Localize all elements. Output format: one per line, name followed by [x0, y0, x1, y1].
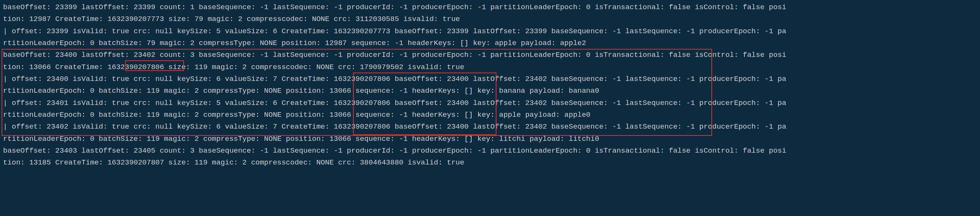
log-line: tion: 13066 CreateTime: 1632390207806 si…	[3, 61, 977, 73]
log-line: rtitionLeaderEpoch: 0 batchSize: 119 mag…	[3, 133, 977, 145]
log-line: tion: 13185 CreateTime: 1632390207807 si…	[3, 157, 977, 169]
terminal-output: baseOffset: 23399 lastOffset: 23399 coun…	[3, 2, 977, 169]
log-line: baseOffset: 23403 lastOffset: 23405 coun…	[3, 145, 977, 157]
log-line: | offset: 23401 isValid: true crc: null …	[3, 97, 977, 109]
log-line: rtitionLeaderEpoch: 0 batchSize: 119 mag…	[3, 109, 977, 121]
log-line: rtitionLeaderEpoch: 0 batchSize: 119 mag…	[3, 85, 977, 97]
log-line: baseOffset: 23399 lastOffset: 23399 coun…	[3, 2, 977, 13]
log-line: rtitionLeaderEpoch: 0 batchSize: 79 magi…	[3, 37, 977, 49]
log-line: | offset: 23402 isValid: true crc: null …	[3, 121, 977, 133]
log-line: | offset: 23399 isValid: true crc: null …	[3, 26, 977, 37]
log-line: | offset: 23400 isValid: true crc: null …	[3, 73, 977, 85]
log-line: tion: 12987 CreateTime: 1632390207773 si…	[3, 13, 977, 25]
log-line: baseOffset: 23400 lastOffset: 23402 coun…	[3, 49, 977, 61]
